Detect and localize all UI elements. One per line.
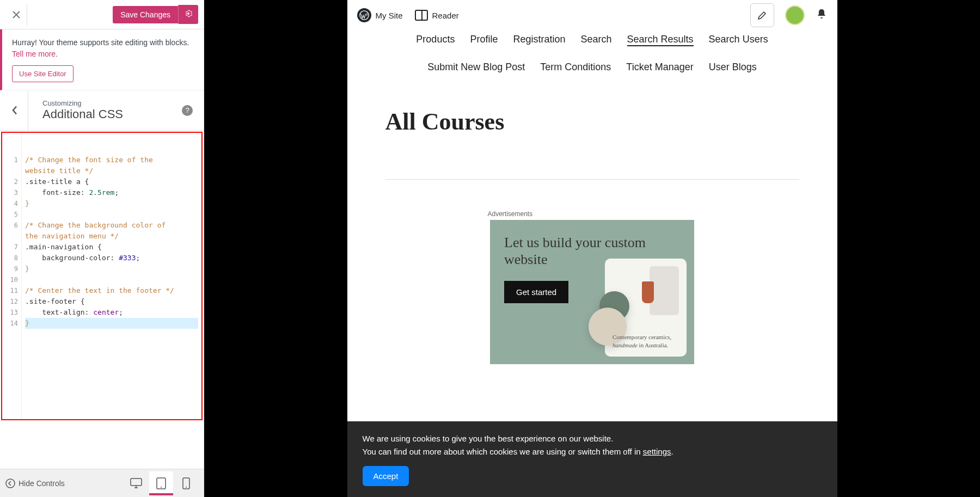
divider bbox=[385, 179, 799, 180]
desktop-preview-button[interactable] bbox=[124, 471, 148, 495]
code-value: #333 bbox=[119, 254, 136, 262]
toolbar-right bbox=[750, 3, 828, 27]
section-header: Customizing Additional CSS ? bbox=[0, 90, 204, 131]
mobile-icon bbox=[182, 477, 190, 489]
chevron-left-icon bbox=[11, 106, 18, 115]
wordpress-logo-icon bbox=[357, 8, 371, 22]
notice-text: Hurray! Your theme supports site editing… bbox=[12, 37, 194, 60]
code-property: background-color bbox=[42, 254, 110, 262]
save-changes-button[interactable]: Save Changes bbox=[113, 6, 178, 23]
wp-admin-bar: My Site Reader bbox=[347, 0, 837, 30]
nav-products[interactable]: Products bbox=[416, 34, 455, 46]
preview-frame: My Site Reader Products Profile Registra… bbox=[347, 0, 837, 497]
site-editing-notice: Hurray! Your theme supports site editing… bbox=[0, 29, 204, 90]
get-started-button[interactable]: Get started bbox=[504, 281, 568, 303]
reader-label: Reader bbox=[432, 11, 459, 20]
css-editor-highlighted: 1234567891011121314 /* Change the font s… bbox=[1, 132, 203, 420]
notice-text-content: Hurray! Your theme supports site editing… bbox=[12, 38, 189, 47]
user-avatar[interactable] bbox=[785, 5, 805, 25]
code-content: /* Change the font size of the website t… bbox=[22, 133, 201, 419]
use-site-editor-button[interactable]: Use Site Editor bbox=[12, 65, 74, 82]
code-bracket: } bbox=[25, 319, 29, 327]
nav-search-results[interactable]: Search Results bbox=[627, 34, 694, 46]
customizer-panel: Save Changes Hurray! Your theme supports… bbox=[0, 0, 204, 497]
svg-rect-1 bbox=[131, 478, 142, 486]
collapse-icon bbox=[5, 478, 15, 488]
code-value: 2.5rem bbox=[89, 188, 114, 197]
customizer-bottom-bar: Hide Controls bbox=[0, 469, 204, 497]
nav-search[interactable]: Search bbox=[580, 34, 611, 46]
cookie-line2: You can find out more about which cookie… bbox=[363, 447, 643, 456]
period2: . bbox=[671, 447, 673, 456]
customizer-top-bar: Save Changes bbox=[0, 0, 204, 29]
notifications-button[interactable] bbox=[816, 8, 828, 23]
bell-icon bbox=[816, 8, 828, 20]
code-comment: /* Change the font size of the bbox=[25, 156, 157, 164]
close-customizer-button[interactable] bbox=[5, 4, 27, 26]
code-property: font-size bbox=[42, 188, 80, 197]
code-selector: .site-footer { bbox=[25, 297, 85, 305]
nav-submit-post[interactable]: Submit New Blog Post bbox=[427, 62, 525, 73]
desktop-icon bbox=[130, 478, 142, 489]
accept-cookies-button[interactable]: Accept bbox=[363, 466, 409, 486]
section-title-wrapper: Customizing Additional CSS bbox=[11, 99, 182, 121]
code-comment: website title */ bbox=[25, 167, 93, 175]
ad-mockup-card: Contemporary ceramics, handmade in Austr… bbox=[605, 259, 687, 357]
code-comment: /* Change the background color of bbox=[25, 221, 170, 229]
pencil-icon bbox=[757, 10, 768, 21]
cookie-line1: We are using cookies to give you the bes… bbox=[363, 434, 614, 443]
ad-vase-icon bbox=[642, 281, 654, 303]
customizing-label: Customizing bbox=[42, 99, 182, 107]
code-comment: /* Center the text in the footer */ bbox=[25, 286, 174, 294]
tablet-preview-button[interactable] bbox=[149, 471, 173, 495]
tablet-icon bbox=[156, 477, 166, 489]
nav-user-blogs[interactable]: User Blogs bbox=[709, 62, 757, 73]
page-title: All Courses bbox=[347, 83, 837, 141]
back-button[interactable] bbox=[1, 90, 28, 130]
cookie-consent-banner: We are using cookies to give you the bes… bbox=[347, 421, 837, 497]
reader-icon bbox=[415, 10, 428, 21]
publish-settings-button[interactable] bbox=[178, 5, 198, 24]
code-bracket: } bbox=[25, 199, 29, 207]
svg-point-0 bbox=[6, 479, 15, 488]
my-site-link[interactable]: My Site bbox=[357, 8, 403, 22]
nav-term-conditions[interactable]: Term Conditions bbox=[540, 62, 611, 73]
write-post-button[interactable] bbox=[750, 3, 774, 27]
gear-icon bbox=[184, 9, 193, 18]
reader-link[interactable]: Reader bbox=[415, 10, 459, 21]
device-switcher bbox=[124, 471, 198, 495]
css-code-editor[interactable]: 1234567891011121314 /* Change the font s… bbox=[2, 133, 201, 419]
site-navigation: Products Profile Registration Search Sea… bbox=[347, 30, 837, 83]
code-value: center bbox=[93, 308, 119, 316]
advertisements-label: Advertisements bbox=[488, 210, 837, 218]
line-numbers: 1234567891011121314 bbox=[2, 133, 22, 419]
hide-controls-label: Hide Controls bbox=[19, 479, 65, 488]
ad-mockup-image bbox=[650, 266, 679, 315]
hide-controls-button[interactable]: Hide Controls bbox=[5, 478, 65, 488]
nav-search-users[interactable]: Search Users bbox=[709, 34, 768, 46]
help-button[interactable]: ? bbox=[182, 105, 193, 116]
code-selector: .site-title a { bbox=[25, 177, 89, 186]
mobile-preview-button[interactable] bbox=[174, 471, 198, 495]
nav-profile[interactable]: Profile bbox=[470, 34, 498, 46]
preview-area: My Site Reader Products Profile Registra… bbox=[204, 0, 980, 497]
tell-me-more-link[interactable]: Tell me more bbox=[12, 50, 56, 58]
advertisement-banner[interactable]: Let us build your custom website Get sta… bbox=[490, 220, 694, 364]
nav-registration[interactable]: Registration bbox=[513, 34, 565, 46]
svg-point-3 bbox=[161, 487, 162, 488]
code-property: text-align bbox=[42, 308, 84, 316]
section-title: Additional CSS bbox=[42, 107, 182, 121]
code-bracket: } bbox=[25, 265, 29, 273]
my-site-label: My Site bbox=[376, 11, 403, 20]
cookie-text: We are using cookies to give you the bes… bbox=[363, 432, 822, 458]
code-comment: the navigation menu */ bbox=[25, 232, 119, 240]
ad-mockup-text: Contemporary ceramics, handmade in Austr… bbox=[612, 333, 671, 349]
cookie-settings-link[interactable]: settings bbox=[643, 447, 671, 456]
period: . bbox=[56, 50, 58, 58]
nav-ticket-manager[interactable]: Ticket Manager bbox=[626, 62, 693, 73]
close-icon bbox=[12, 10, 21, 19]
code-selector: .main-navigation { bbox=[25, 243, 102, 251]
svg-point-5 bbox=[186, 487, 187, 488]
help-icon: ? bbox=[185, 106, 189, 114]
